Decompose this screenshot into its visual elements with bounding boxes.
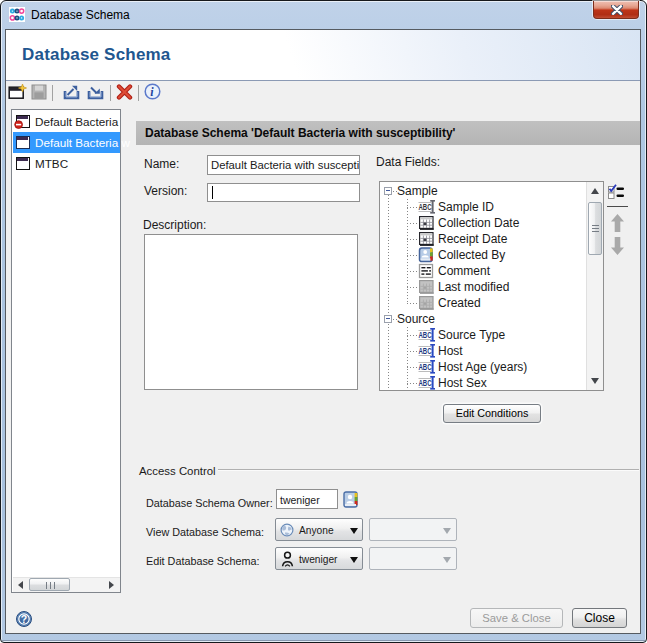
svg-text:ABC: ABC <box>419 378 432 388</box>
svg-text:ABC: ABC <box>419 202 432 212</box>
svg-text:ABC: ABC <box>419 330 432 340</box>
svg-text:ABC: ABC <box>419 346 432 356</box>
svg-text:ABC: ABC <box>419 362 432 372</box>
